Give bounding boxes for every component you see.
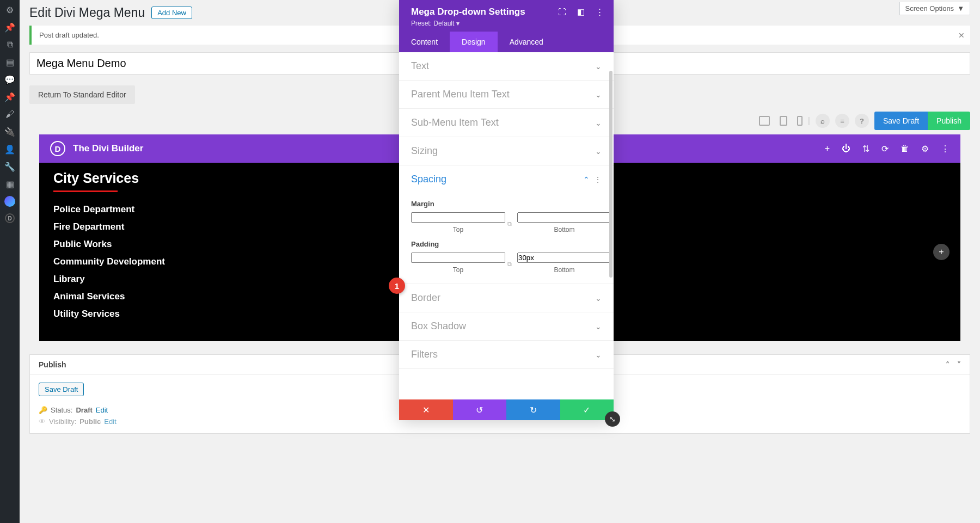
user-icon[interactable]: 👤 [4, 144, 15, 155]
edit-status-link[interactable]: Edit [96, 406, 108, 414]
resize-handle[interactable]: ⤡ [605, 411, 620, 427]
phone-icon[interactable] [797, 116, 803, 126]
screen-options-button[interactable]: Screen Options ▼ [899, 2, 970, 15]
tab-advanced[interactable]: Advanced [498, 32, 555, 52]
expand-icon[interactable]: ⛶ [558, 7, 566, 17]
page-icon[interactable]: ▤ [4, 57, 15, 67]
chevron-up-icon: ⌃ [583, 175, 590, 184]
gear-icon[interactable]: ⚙ [921, 144, 929, 154]
snap-icon[interactable]: ◧ [577, 7, 585, 17]
padding-bottom-input[interactable] [517, 253, 611, 263]
modal-header[interactable]: Mega Drop-down Settings ⛶ ◧ ⋮ Preset: De… [399, 0, 614, 32]
chevron-down-icon: ⌄ [595, 90, 602, 99]
settings-modal: Mega Drop-down Settings ⛶ ◧ ⋮ Preset: De… [399, 0, 614, 420]
section-spacing[interactable]: Spacing ⌃⋮ [399, 165, 614, 193]
sort-icon[interactable]: ⇅ [862, 144, 869, 154]
eye-icon: 👁 [39, 417, 46, 426]
more-icon[interactable]: ⋮ [941, 144, 950, 154]
chevron-down-icon: ⌄ [595, 322, 602, 331]
comment-icon[interactable]: 💬 [4, 74, 15, 85]
section-text[interactable]: Text⌄ [399, 52, 614, 80]
link-icon[interactable]: ⧉ [507, 220, 512, 227]
builder-header-actions: + ⏻ ⇅ ⟳ 🗑 ⚙ ⋮ [825, 144, 950, 154]
divi-logo-icon: D [50, 141, 65, 156]
collapse-up-icon[interactable]: ˄ [946, 360, 950, 369]
page-title: Edit Divi Mega Menu [29, 5, 145, 20]
layers-icon[interactable]: ≡ [835, 114, 849, 128]
annotation-marker-1: 1 [389, 278, 405, 294]
chevron-down-icon: ▼ [957, 4, 964, 13]
margin-bottom-input[interactable] [517, 212, 611, 223]
add-new-button[interactable]: Add New [151, 7, 192, 19]
status-value: Draft [76, 406, 92, 414]
module-icon[interactable]: ⧉ [4, 39, 15, 50]
notice-text: Post draft updated. [39, 31, 99, 39]
dismiss-notice-button[interactable]: ✕ [958, 31, 965, 40]
section-box-shadow[interactable]: Box Shadow⌄ [399, 312, 614, 340]
chevron-down-icon: ⌄ [595, 350, 602, 359]
chevron-down-icon: ⌄ [595, 147, 602, 156]
heading-underline [53, 190, 118, 192]
dashboard-icon[interactable]: ⚙ [4, 4, 15, 15]
visibility-label: Visibility: [49, 417, 76, 426]
chevron-down-icon: ⌄ [595, 294, 602, 303]
metabox-save-draft-button[interactable]: Save Draft [39, 383, 84, 396]
desktop-icon[interactable] [759, 116, 770, 126]
publish-box-title: Publish [39, 360, 66, 369]
section-filters[interactable]: Filters⌄ [399, 341, 614, 368]
modal-footer: ✕ ↺ ↻ ✓ [399, 399, 614, 420]
return-standard-editor-button[interactable]: Return To Standard Editor [29, 85, 135, 104]
chevron-down-icon: ⌄ [595, 119, 602, 127]
preset-chevron-icon: ▾ [456, 20, 460, 27]
pin-icon[interactable]: 📌 [4, 22, 15, 33]
section-sizing[interactable]: Sizing⌄ [399, 137, 614, 165]
modal-more-icon[interactable]: ⋮ [596, 7, 604, 17]
tool-icon[interactable]: 🔧 [4, 161, 15, 172]
chevron-down-icon: ⌄ [595, 62, 602, 71]
spacing-content: Margin Top ⧉ Bottom Left ⧉ [399, 200, 614, 284]
section-parent-text[interactable]: Parent Menu Item Text⌄ [399, 81, 614, 108]
history-icon[interactable]: ⟳ [881, 144, 889, 154]
section-sub-text[interactable]: Sub-Menu Item Text⌄ [399, 109, 614, 137]
link-icon[interactable]: ⧉ [507, 261, 512, 267]
undo-button[interactable]: ↺ [453, 399, 507, 420]
brush-icon[interactable]: 🖌 [4, 109, 15, 120]
settings-icon[interactable]: ▦ [4, 179, 15, 189]
padding-inputs: Top ⧉ Bottom Left ⧉ Right [411, 253, 602, 274]
add-column-button[interactable]: + [933, 244, 950, 260]
modal-preset[interactable]: Preset: Default ▾ [411, 20, 604, 27]
padding-label: Padding [411, 240, 602, 248]
scrollbar-thumb[interactable] [609, 71, 612, 278]
power-icon[interactable]: ⏻ [842, 144, 850, 154]
margin-label: Margin [411, 200, 602, 208]
section-border[interactable]: Border⌄ [399, 284, 614, 312]
tab-content[interactable]: Content [399, 32, 450, 52]
save-draft-button[interactable]: Save Draft [874, 112, 928, 130]
pin2-icon[interactable]: 📌 [4, 91, 15, 102]
admin-sidebar: ⚙ 📌 ⧉ ▤ 💬 📌 🖌 🔌 👤 🔧 ▦ D [0, 0, 20, 434]
trash-icon[interactable]: 🗑 [901, 144, 909, 154]
add-icon[interactable]: + [825, 144, 830, 154]
theme-logo-icon[interactable] [4, 196, 15, 207]
modal-body: Text⌄ Parent Menu Item Text⌄ Sub-Menu It… [399, 52, 614, 399]
cancel-button[interactable]: ✕ [399, 399, 453, 420]
tablet-icon[interactable] [780, 116, 787, 126]
divi-icon[interactable]: D [5, 213, 15, 223]
status-label: Status: [51, 406, 72, 414]
zoom-icon[interactable]: ⌕ [816, 114, 830, 128]
help-icon[interactable]: ? [855, 114, 869, 128]
builder-title: The Divi Builder [73, 143, 143, 154]
visibility-value: Public [79, 417, 101, 426]
section-more-icon[interactable]: ⋮ [594, 175, 602, 184]
modal-tabs: Content Design Advanced [399, 32, 614, 52]
margin-inputs: Top ⧉ Bottom Left ⧉ Right [411, 212, 602, 233]
redo-button[interactable]: ↻ [506, 399, 560, 420]
tab-design[interactable]: Design [450, 32, 498, 52]
padding-top-input[interactable] [411, 253, 505, 263]
publish-button[interactable]: Publish [928, 112, 970, 130]
margin-top-input[interactable] [411, 212, 505, 223]
collapse-down-icon[interactable]: ˅ [957, 360, 961, 369]
device-preview-group [759, 116, 803, 126]
edit-visibility-link[interactable]: Edit [104, 417, 116, 426]
plugin-icon[interactable]: 🔌 [4, 126, 15, 137]
